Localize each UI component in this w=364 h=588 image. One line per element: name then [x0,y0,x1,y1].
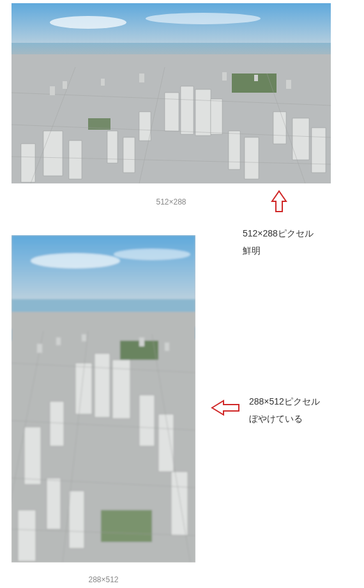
cityscape-image-landscape [11,3,331,183]
svg-rect-51 [171,472,188,536]
svg-rect-7 [165,93,179,131]
svg-rect-46 [24,427,41,484]
svg-point-2 [146,13,261,24]
svg-rect-31 [139,74,144,82]
svg-point-1 [50,16,126,29]
svg-rect-34 [286,80,291,89]
svg-rect-19 [123,137,135,173]
svg-rect-52 [18,510,36,561]
svg-rect-9 [195,89,211,135]
svg-rect-3 [11,43,331,56]
svg-rect-64 [165,343,169,351]
svg-rect-12 [43,131,63,176]
svg-rect-15 [273,112,286,144]
svg-rect-62 [82,334,86,341]
image2-label: 288×512ピクセル ぼやけている [249,393,320,427]
svg-rect-28 [50,86,55,95]
arrow-up-icon [271,190,287,214]
svg-rect-38 [11,299,195,313]
svg-point-37 [114,249,190,260]
arrow-left-icon [211,399,241,416]
image1-label-line1: 512×288ピクセル [243,228,314,238]
svg-rect-10 [211,99,222,134]
svg-rect-47 [139,395,155,446]
svg-rect-60 [37,344,42,353]
image2-label-line2: ぼやけている [249,414,303,424]
cityscape-image-portrait [11,235,195,562]
image2-caption: 288×512 [11,575,195,584]
svg-rect-49 [47,478,61,529]
svg-rect-48 [158,414,174,472]
svg-point-36 [31,253,120,268]
svg-rect-13 [69,141,82,179]
image1-label-line2: 鮮明 [243,245,261,256]
svg-rect-63 [139,337,144,346]
image1-label: 512×288ピクセル 鮮明 [243,225,314,259]
svg-rect-20 [229,131,240,169]
svg-rect-32 [222,72,227,81]
svg-rect-11 [139,112,151,141]
svg-rect-8 [181,86,193,134]
image2-label-line1: 288×512ピクセル [249,396,320,406]
svg-rect-61 [56,337,61,345]
svg-rect-33 [254,75,258,81]
svg-rect-50 [69,491,84,548]
svg-rect-43 [95,353,110,417]
svg-rect-17 [312,128,326,173]
svg-rect-41 [101,510,152,542]
svg-rect-14 [21,144,35,182]
svg-rect-21 [245,137,259,179]
svg-rect-29 [63,81,67,89]
svg-rect-45 [50,401,64,446]
svg-rect-30 [101,79,105,86]
svg-rect-18 [107,131,118,163]
